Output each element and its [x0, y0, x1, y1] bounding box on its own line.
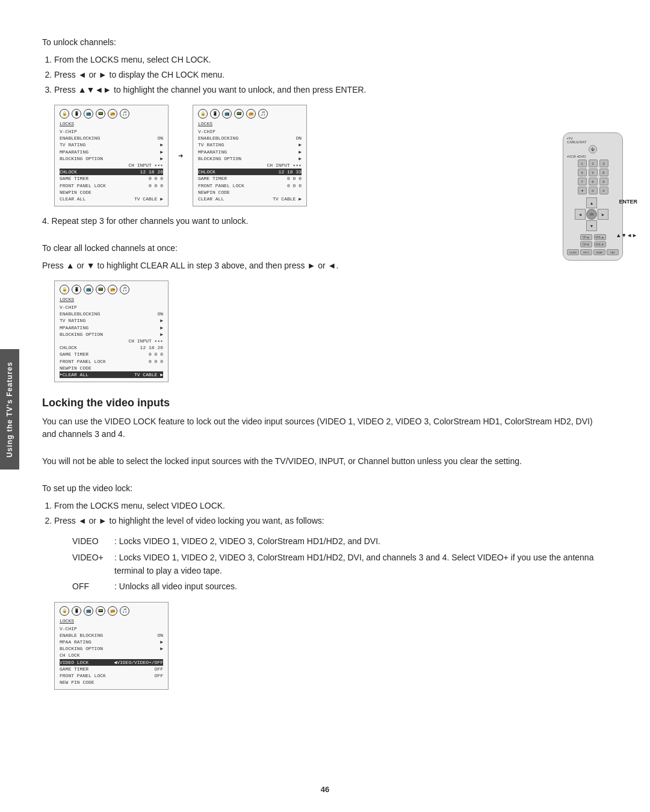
remote-num-row-4: ✦ 0 #	[567, 187, 619, 194]
menu-mpaa-before: MPAARATING▶	[60, 149, 163, 155]
btn-vol-up[interactable]: VOL▲	[594, 234, 606, 240]
menu-vchip-after: V-CHIP	[198, 128, 302, 135]
sidebar-tab: Using the TV's Features	[0, 349, 19, 470]
remote-ch-vol-row1: CH▲ VOL▲	[567, 234, 619, 240]
btn-ch-down[interactable]: CH▼	[580, 241, 592, 247]
btn-2[interactable]: 2	[589, 160, 598, 167]
btn-7[interactable]: 7	[578, 178, 587, 185]
video-option-off: OFF : Unlocks all video input sources.	[72, 580, 596, 593]
dpad-up[interactable]: ▲	[586, 197, 597, 208]
icon-phone-vl: 📱	[72, 606, 81, 616]
menu-screen-videolock: 🔒 📱 📺 📟 📻 🎵 LOCKS V-CHIP ENABLE BLOCKING…	[54, 602, 169, 690]
locks-label-before: LOCKS	[60, 121, 163, 126]
menu-enable-vl: ENABLE BLOCKINGON	[60, 632, 163, 639]
btn-3[interactable]: 3	[599, 160, 608, 167]
unlock-step-1: From the LOCKS menu, select CH LOCK.	[54, 54, 596, 66]
menu-mpaa-c: MPAARATING▶	[60, 324, 163, 331]
video-label: VIDEO	[72, 535, 114, 548]
icon-lock: 🔒	[60, 109, 69, 119]
menu-newpin-vl: NEW PIN CODE	[60, 679, 163, 686]
vcr-label: ▪VCR	[567, 155, 576, 158]
menu-blocking-after: BLOCKING OPTION▶	[198, 155, 302, 162]
menu-game-vl: GAME TIMEROFF	[60, 666, 163, 672]
icon-music-after: 🎵	[258, 109, 268, 119]
video-lock-step2: Press ◄ or ► to highlight the level of v…	[54, 515, 596, 527]
unlock-step-3: Press ▲▼◄► to highlight the channel you …	[54, 84, 596, 96]
btn-guide[interactable]: GUIDE	[567, 249, 579, 255]
btn-1[interactable]: 1	[578, 160, 587, 167]
step4-text: 4. Repeat step 3 for other channels you …	[42, 215, 596, 228]
btn-9[interactable]: 9	[599, 178, 608, 185]
icon-tv-after: 📺	[222, 109, 232, 119]
power-btn[interactable]: ⏻	[589, 145, 597, 153]
locks-label-clear: LOCKS	[60, 297, 163, 302]
icon-music-vl: 🎵	[120, 606, 129, 616]
btn-info[interactable]: INFO	[580, 249, 592, 255]
clear-title: To clear all locked channels at once:	[42, 242, 596, 255]
btn-fave[interactable]: FAV	[607, 249, 619, 255]
videoplus-desc: : Locks VIDEO 1, VIDEO 2, VIDEO 3, Color…	[114, 551, 596, 578]
remote-vcr-dvd-labels: ▪VCR ▪DVD	[567, 155, 619, 158]
menu-ch-input-after: CH INPUT ▪▪▪	[198, 162, 302, 169]
menu-front-c: FRONT PANEL LOCK0 0 0	[60, 358, 163, 365]
btn-6[interactable]: 6	[599, 169, 608, 176]
btn-hash[interactable]: #	[599, 187, 608, 194]
icon-remote-c: 📟	[96, 285, 105, 294]
menu-chlock-before: CHLOCK12 18 26	[60, 169, 163, 175]
icon-radio: 📻	[108, 109, 117, 119]
menu-tvrating-before: TV RATING▶	[60, 141, 163, 148]
btn-8[interactable]: 8	[589, 178, 598, 185]
menu-game-before: GAME TIMER0 0 0	[60, 175, 163, 182]
btn-4[interactable]: 4	[578, 169, 587, 176]
page-number: 46	[321, 785, 329, 794]
remote-source-labels: ▪TV CABLE/SAT	[567, 137, 619, 144]
icon-tv-vl: 📺	[84, 606, 93, 616]
icon-remote-vl: 📟	[96, 606, 105, 616]
clear-instruction: Press ▲ or ▼ to highlight CLEAR ALL in s…	[42, 259, 596, 272]
menu-mpaa-after: MPAARATING▶	[198, 149, 302, 155]
dpad-down[interactable]: ▼	[586, 220, 597, 231]
menu-top-icons-before: 🔒 📱 📺 📟 📻 🎵	[60, 109, 163, 119]
menu-screen-after: 🔒 📱 📺 📟 📻 🎵 LOCKS V-CHIP ENABLEBLOCKINGO…	[193, 105, 307, 206]
remote-control: ▪TV CABLE/SAT ⏻ ▪VCR ▪DVD 1 2 3 4 5 6 7 …	[560, 132, 626, 261]
dpad-empty-br: ▲▼◄►	[598, 220, 608, 231]
locking-video-heading: Locking the video inputs	[42, 397, 596, 409]
clear-menu-row: 🔒 📱 📺 📟 📻 🎵 LOCKS V-CHIP ENABLEBLOCKINGO…	[54, 280, 596, 382]
menu-blocking-c: BLOCKING OPTION▶	[60, 331, 163, 338]
video-lock-steps: From the LOCKS menu, select VIDEO LOCK. …	[54, 500, 596, 527]
btn-vol-down[interactable]: VOL▼	[594, 241, 606, 247]
off-desc: : Unlocks all video input sources.	[114, 580, 596, 593]
dpad-left[interactable]: ◄	[575, 209, 586, 220]
dpad-enter[interactable]: OK	[586, 209, 597, 220]
dpad-right[interactable]: ►	[598, 209, 608, 220]
menu-vchip-vl: V-CHIP	[60, 625, 163, 632]
menu-newpin-after: NEWPIN CODE	[198, 189, 302, 196]
icon-phone: 📱	[72, 109, 81, 119]
remote-ch-vol-row2: CH▼ VOL▼	[567, 241, 619, 247]
menu-top-icons-vl: 🔒 📱 📺 📟 📻 🎵	[60, 606, 163, 616]
btn-ch-up[interactable]: CH▲	[580, 234, 592, 240]
dpad-empty-tl	[575, 197, 586, 208]
menu-top-icons-clear: 🔒 📱 📺 📟 📻 🎵	[60, 285, 163, 294]
btn-5[interactable]: 5	[589, 169, 598, 176]
menu-ch-input-c: CH INPUT ▪▪▪	[60, 338, 163, 344]
btn-0[interactable]: 0	[589, 187, 598, 194]
remote-num-row-2: 4 5 6	[567, 169, 619, 176]
video-lock-menu-row: 🔒 📱 📺 📟 📻 🎵 LOCKS V-CHIP ENABLE BLOCKING…	[54, 602, 596, 690]
icon-remote: 📟	[96, 109, 105, 119]
icon-music-c: 🎵	[120, 285, 129, 294]
menu-ch-input-before: CH INPUT ▪▪▪	[60, 162, 163, 169]
unlock-step-2: Press ◄ or ► to display the CH LOCK menu…	[54, 69, 596, 81]
icon-music: 🎵	[120, 109, 129, 119]
icon-lock-after: 🔒	[198, 109, 208, 119]
video-option-videoplus: VIDEO+ : Locks VIDEO 1, VIDEO 2, VIDEO 3…	[72, 551, 596, 578]
locking-video-para2: You will not be able to select the locke…	[42, 455, 596, 468]
menu-newpin-before: NEWPIN CODE	[60, 189, 163, 196]
menu-front-after: FRONT PANEL LOCK0 0 0	[198, 182, 302, 189]
remote-num-row-1: 1 2 3	[567, 160, 619, 167]
locks-label-vl: LOCKS	[60, 618, 163, 624]
btn-swap[interactable]: SWAP	[593, 249, 605, 255]
unlock-steps-list: From the LOCKS menu, select CH LOCK. Pre…	[54, 54, 596, 96]
btn-star[interactable]: ✦	[578, 187, 587, 194]
remote-func-row: GUIDE INFO SWAP FAV	[567, 249, 619, 255]
